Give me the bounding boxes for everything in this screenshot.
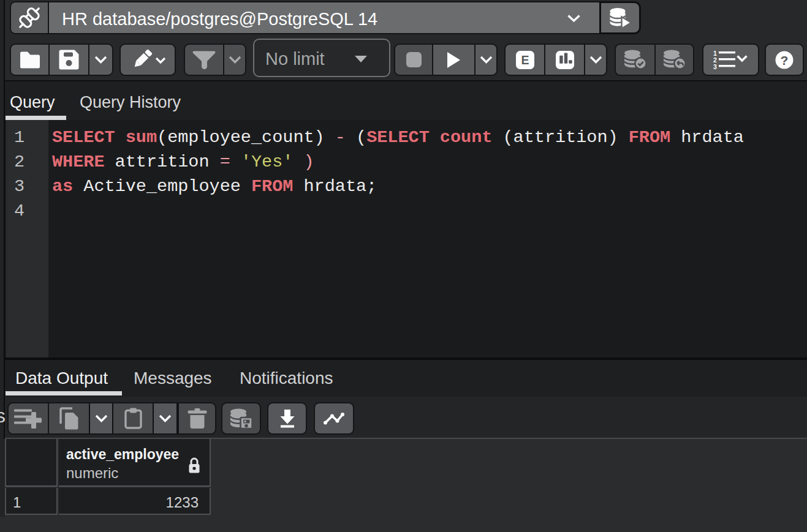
svg-text:E: E <box>521 53 529 67</box>
svg-text:3: 3 <box>713 62 717 69</box>
svg-text:?: ? <box>781 53 789 67</box>
